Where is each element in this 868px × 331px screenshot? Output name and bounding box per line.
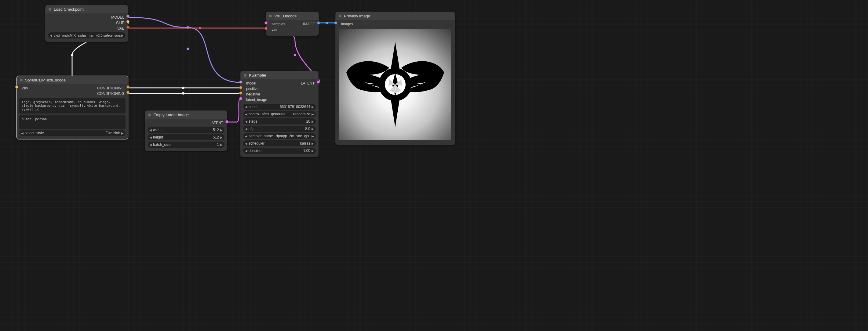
steps-number[interactable]: ◀steps20▶: [243, 119, 316, 125]
chevron-left-icon[interactable]: ◀: [245, 127, 247, 131]
collapse-dot-icon[interactable]: [269, 14, 272, 18]
sampler-label: sampler_name: [249, 134, 273, 138]
input-port-images[interactable]: [334, 21, 337, 24]
steps-value: 20: [257, 119, 310, 124]
chevron-right-icon[interactable]: ▶: [312, 127, 314, 131]
denoise-number[interactable]: ◀denoise1.00▶: [243, 147, 316, 154]
input-port-clip[interactable]: [15, 86, 18, 89]
node-titlebar[interactable]: Load Checkpoint: [45, 5, 128, 13]
collapse-dot-icon[interactable]: [49, 8, 51, 11]
select-style-combo[interactable]: ◀ select_style Film Noir ▶: [19, 130, 126, 136]
seed-number[interactable]: ◀seed660167918033644▶: [243, 104, 316, 110]
height-number[interactable]: ◀height512▶: [148, 134, 224, 140]
chevron-right-icon[interactable]: ▶: [312, 135, 314, 138]
chevron-left-icon[interactable]: ◀: [50, 34, 52, 37]
collapse-dot-icon[interactable]: [20, 79, 23, 81]
node-titlebar[interactable]: VAE Decode: [266, 12, 318, 20]
output-label-model: MODEL: [110, 15, 126, 20]
height-label: height: [153, 135, 163, 139]
positive-prompt-textarea[interactable]: logo, greyscale, monochrome, no humans, …: [19, 98, 126, 113]
width-number[interactable]: ◀width512▶: [148, 127, 224, 133]
batch-value: 1: [170, 142, 219, 147]
collapse-dot-icon[interactable]: [148, 113, 151, 116]
output-port-vae[interactable]: [126, 26, 129, 29]
chevron-right-icon[interactable]: ▶: [312, 142, 314, 145]
node-preview-image[interactable]: Preview Image images: [335, 11, 455, 145]
chevron-left-icon[interactable]: ◀: [245, 135, 247, 138]
seed-value: 660167918033644: [256, 105, 310, 109]
chevron-right-icon[interactable]: ▶: [220, 128, 223, 132]
input-port-vae[interactable]: [265, 27, 268, 30]
collapse-dot-icon[interactable]: [339, 14, 341, 18]
chevron-left-icon[interactable]: ◀: [245, 142, 247, 145]
output-label-vae: VAE: [116, 26, 126, 31]
input-label-positive: positive: [245, 87, 260, 91]
chevron-right-icon[interactable]: ▶: [312, 112, 314, 116]
ckpt-name-value: ckpt_majicMIX_alpha_man_v2.0.safetensors: [54, 34, 121, 37]
chevron-right-icon[interactable]: ▶: [312, 120, 314, 123]
input-port-latent-image[interactable]: [239, 97, 242, 100]
node-titlebar[interactable]: Preview Image: [336, 12, 455, 20]
input-label-model: model: [245, 81, 257, 86]
output-port-conditioning-1[interactable]: [126, 86, 129, 89]
denoise-value: 1.00: [261, 148, 310, 153]
input-label-images: images: [340, 22, 354, 26]
output-port-clip[interactable]: [126, 20, 129, 23]
batch-label: batch_size: [153, 142, 170, 147]
output-label-latent: LATENT: [300, 81, 316, 86]
chevron-left-icon[interactable]: ◀: [149, 143, 152, 146]
batch-size-number[interactable]: ◀batch_size1▶: [148, 141, 224, 147]
control-value: randomize: [285, 112, 310, 116]
control-after-generate-combo[interactable]: ◀control_after_generaterandomize▶: [243, 111, 316, 117]
output-port-image[interactable]: [317, 21, 320, 24]
node-titlebar[interactable]: Empty Latent Image: [145, 111, 227, 119]
output-port-model[interactable]: [126, 14, 129, 18]
svg-point-1: [187, 47, 189, 50]
sampler-name-combo[interactable]: ◀sampler_namedpmpp_2m_sde_gpu▶: [243, 133, 316, 139]
chevron-left-icon[interactable]: ◀: [149, 128, 152, 132]
chevron-right-icon[interactable]: ▶: [312, 149, 314, 153]
chevron-left-icon[interactable]: ◀: [21, 131, 24, 135]
node-title: Load Checkpoint: [54, 7, 84, 11]
input-port-model[interactable]: [239, 80, 242, 84]
scheduler-combo[interactable]: ◀schedulerkarras▶: [243, 140, 316, 146]
node-empty-latent-image[interactable]: Empty Latent Image LATENT ◀width512▶ ◀he…: [145, 110, 227, 151]
node-title: Preview Image: [344, 14, 370, 18]
select-style-value: Film Noir: [44, 131, 120, 135]
input-port-positive[interactable]: [239, 86, 242, 89]
input-port-samples[interactable]: [265, 21, 268, 24]
chevron-left-icon[interactable]: ◀: [245, 112, 247, 116]
width-value: 512: [161, 128, 219, 132]
chevron-right-icon[interactable]: ▶: [220, 143, 223, 146]
output-port-conditioning-2[interactable]: [126, 91, 129, 94]
control-label: control_after_generate: [249, 112, 285, 116]
collapse-dot-icon[interactable]: [244, 74, 246, 76]
svg-point-2: [71, 54, 73, 56]
chevron-left-icon[interactable]: ◀: [245, 149, 247, 153]
output-port-latent[interactable]: [225, 120, 228, 123]
chevron-left-icon[interactable]: ◀: [149, 136, 152, 139]
node-load-checkpoint[interactable]: Load Checkpoint MODEL CLIP VAE ◀ ckpt_ma…: [45, 5, 128, 42]
input-label-clip: clip: [21, 86, 29, 90]
output-port-latent[interactable]: [317, 80, 320, 84]
sampler-value: dpmpp_2m_sde_gpu: [273, 134, 310, 138]
svg-point-0: [187, 26, 189, 29]
output-label-image: IMAGE: [302, 22, 316, 26]
cfg-number[interactable]: ◀cfg8.0▶: [243, 126, 316, 132]
node-vae-decode[interactable]: VAE Decode samplesIMAGE vae: [266, 11, 319, 36]
node-titlebar[interactable]: KSampler: [241, 71, 318, 79]
negative-prompt-textarea[interactable]: human, person: [19, 115, 126, 129]
ckpt-name-combo[interactable]: ◀ ckpt_majicMIX_alpha_man_v2.0.safetenso…: [48, 32, 126, 38]
chevron-left-icon[interactable]: ◀: [245, 105, 247, 109]
chevron-right-icon[interactable]: ▶: [121, 34, 124, 37]
chevron-right-icon[interactable]: ▶: [220, 136, 223, 139]
generated-emblem-icon: [340, 39, 450, 130]
node-titlebar[interactable]: StyledCLIPTextEncode: [17, 76, 128, 84]
chevron-right-icon[interactable]: ▶: [121, 131, 124, 135]
chevron-right-icon[interactable]: ▶: [312, 105, 314, 109]
input-port-negative[interactable]: [239, 92, 242, 95]
output-label-conditioning-1: CONDITIONING: [96, 86, 126, 90]
node-styled-clip-text-encode[interactable]: StyledCLIPTextEncode clip CONDITIONING C…: [17, 76, 128, 139]
chevron-left-icon[interactable]: ◀: [245, 120, 247, 123]
node-ksampler[interactable]: KSampler modelLATENT positive negative l…: [240, 71, 318, 157]
